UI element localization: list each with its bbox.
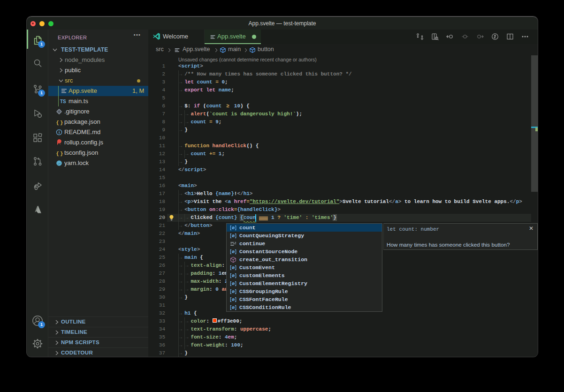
svg-text:{ }: { } — [56, 151, 63, 157]
svg-text:TS: TS — [60, 99, 66, 104]
svg-text:{ }: { } — [56, 120, 63, 126]
